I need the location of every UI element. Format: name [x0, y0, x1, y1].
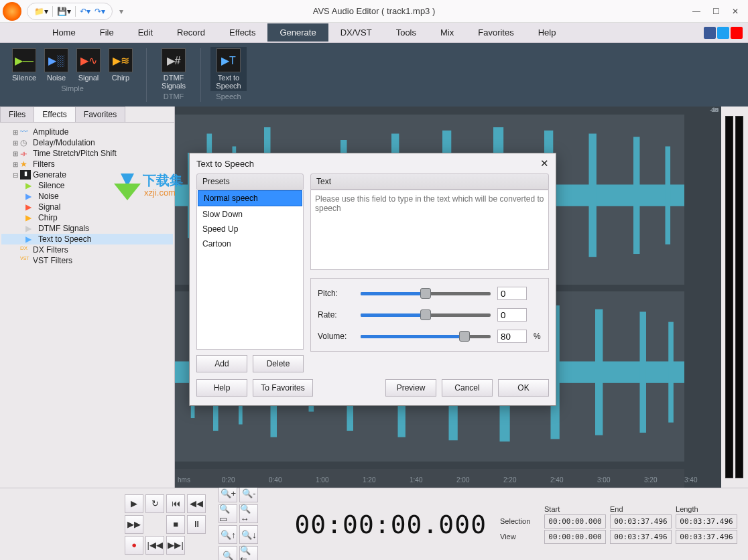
tts-text-input[interactable] — [310, 190, 549, 270]
dialog-cancel-button[interactable]: Cancel — [442, 379, 493, 397]
dialog-help-button[interactable]: Help — [196, 379, 247, 397]
dialog-ok-button[interactable]: OK — [498, 379, 549, 397]
preset-speedup[interactable]: Speed Up — [197, 222, 303, 236]
preset-delete-button[interactable]: Delete — [253, 355, 304, 372]
preset-normal[interactable]: Normal speech — [198, 190, 302, 206]
dialog-preview-button[interactable]: Preview — [385, 379, 436, 397]
preset-cartoon[interactable]: Cartoon — [197, 236, 303, 251]
rate-input[interactable] — [497, 308, 527, 322]
dialog-tofav-button[interactable]: To Favorites — [253, 379, 313, 397]
pitch-slider[interactable] — [361, 291, 491, 296]
volume-input[interactable] — [497, 330, 527, 343]
pitch-label: Pitch: — [318, 289, 354, 298]
volume-pct: % — [534, 332, 542, 341]
volume-slider[interactable] — [361, 334, 491, 339]
rate-label: Rate: — [318, 310, 354, 320]
preset-list[interactable]: Normal speech Slow Down Speed Up Cartoon — [196, 190, 304, 350]
tts-dialog: Text to Speech ✕ Presets Normal speech S… — [189, 153, 556, 406]
dialog-mask: Text to Speech ✕ Presets Normal speech S… — [0, 0, 748, 560]
dialog-title: Text to Speech — [196, 159, 254, 169]
preset-add-button[interactable]: Add — [196, 355, 247, 372]
pitch-input[interactable] — [497, 287, 527, 300]
presets-label: Presets — [196, 173, 304, 190]
dialog-close-button[interactable]: ✕ — [540, 157, 549, 169]
text-label: Text — [310, 173, 549, 190]
rate-slider[interactable] — [361, 312, 491, 318]
preset-slowdown[interactable]: Slow Down — [197, 207, 303, 222]
volume-label: Volume: — [318, 332, 354, 341]
